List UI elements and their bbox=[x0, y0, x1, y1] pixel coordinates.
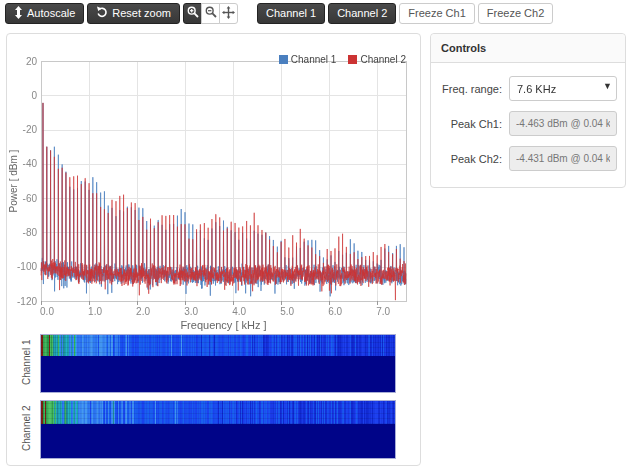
zoom-in-button[interactable] bbox=[183, 3, 202, 24]
zoom-pan-button-group bbox=[183, 3, 238, 24]
peak-ch2-row: Peak Ch2: bbox=[440, 146, 616, 171]
legend-swatch-channel1-icon bbox=[279, 55, 288, 64]
pan-move-icon bbox=[222, 6, 235, 22]
freq-range-label: Freq. range: bbox=[440, 83, 502, 95]
channel1-toggle-button[interactable]: Channel 1 bbox=[257, 3, 325, 24]
peak-ch2-value-field[interactable] bbox=[509, 146, 617, 171]
zoom-in-icon bbox=[187, 6, 199, 21]
channel2-toggle-label: Channel 2 bbox=[337, 7, 387, 20]
waterfall-channel1-canvas bbox=[40, 334, 396, 393]
reset-zoom-label: Reset zoom bbox=[112, 7, 171, 20]
zoom-out-button[interactable] bbox=[201, 3, 220, 24]
waterfall-channel1-label: Channel 1 bbox=[13, 334, 39, 391]
controls-panel-body: Freq. range: 7.6 KHz ▼ Peak Ch1: Peak Ch… bbox=[431, 63, 625, 187]
plots-panel: Channel 1 Channel 2 Channel 1 Channel 2 bbox=[6, 33, 421, 466]
freeze-ch1-button[interactable]: Freeze Ch1 bbox=[399, 3, 474, 24]
autoscale-vertical-arrows-icon bbox=[14, 6, 23, 22]
legend-item-channel1: Channel 1 bbox=[279, 54, 337, 65]
freeze-ch1-label: Freeze Ch1 bbox=[408, 7, 465, 20]
reset-zoom-circular-arrow-icon bbox=[96, 6, 108, 21]
zoom-out-icon bbox=[205, 6, 217, 21]
peak-ch1-value-field[interactable] bbox=[509, 111, 617, 136]
peak-ch2-label: Peak Ch2: bbox=[440, 153, 502, 165]
channel1-toggle-label: Channel 1 bbox=[266, 7, 316, 20]
reset-zoom-button[interactable]: Reset zoom bbox=[87, 3, 180, 24]
legend-item-channel2: Channel 2 bbox=[348, 54, 406, 65]
waterfall-channel2-canvas bbox=[40, 400, 396, 459]
controls-panel-title: Controls bbox=[431, 34, 625, 63]
legend-swatch-channel2-icon bbox=[348, 55, 357, 64]
spectrum-chart-canvas[interactable] bbox=[7, 34, 422, 334]
app-root: Autoscale Reset zoom bbox=[0, 0, 630, 473]
autoscale-label: Autoscale bbox=[27, 7, 75, 20]
channel2-toggle-button[interactable]: Channel 2 bbox=[328, 3, 396, 24]
freq-range-select[interactable]: 7.6 KHz bbox=[509, 76, 617, 101]
legend-label-channel2: Channel 2 bbox=[360, 54, 406, 65]
controls-panel: Controls Freq. range: 7.6 KHz ▼ Peak Ch1… bbox=[430, 33, 626, 188]
peak-ch1-label: Peak Ch1: bbox=[440, 118, 502, 130]
freeze-ch2-label: Freeze Ch2 bbox=[487, 7, 544, 20]
peak-ch1-row: Peak Ch1: bbox=[440, 111, 616, 136]
autoscale-button[interactable]: Autoscale bbox=[5, 3, 84, 24]
pan-button[interactable] bbox=[219, 3, 238, 24]
freq-range-select-wrap: 7.6 KHz ▼ bbox=[509, 76, 617, 101]
toolbar: Autoscale Reset zoom bbox=[5, 3, 553, 24]
freeze-ch2-button[interactable]: Freeze Ch2 bbox=[478, 3, 553, 24]
chart-legend: Channel 1 Channel 2 bbox=[279, 54, 406, 65]
waterfall-channel2-label: Channel 2 bbox=[13, 400, 39, 457]
legend-label-channel1: Channel 1 bbox=[291, 54, 337, 65]
freq-range-row: Freq. range: 7.6 KHz ▼ bbox=[440, 76, 616, 101]
